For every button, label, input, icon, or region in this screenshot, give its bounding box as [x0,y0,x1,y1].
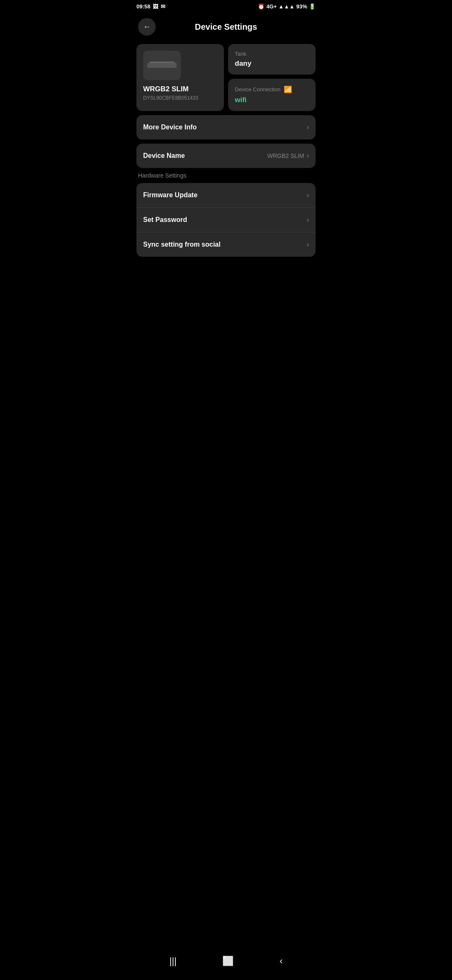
more-device-info-label: More Device Info [143,124,197,131]
signal-bars-icon: ▲▲▲ [278,3,295,10]
set-password-item[interactable]: Set Password › [136,208,316,232]
device-image-container [143,51,181,80]
device-image-shape [147,63,177,68]
more-device-info-chevron-icon: › [307,124,309,131]
home-button[interactable]: ⬜ [219,952,237,970]
page-header: ← Device Settings [130,11,322,44]
mail-icon: ✉ [161,3,165,10]
tank-value: dany [235,59,309,68]
tank-card: Tank dany [228,44,316,75]
home-icon: ⬜ [222,956,234,966]
hardware-settings-section-label: Hardware Settings [138,172,316,179]
more-device-info-card[interactable]: More Device Info › [136,115,316,139]
page-title: Device Settings [156,22,296,32]
firmware-update-label: Firmware Update [143,191,198,199]
battery-icon: 🔋 [309,3,316,10]
hardware-settings-card: Firmware Update › Set Password › Sync se… [136,183,316,257]
network-type: 4G+ [266,3,277,10]
device-name-card[interactable]: Device Name WRGB2 SLIM › [136,144,316,168]
connection-value: wifi [235,96,309,104]
battery-level: 93% [296,3,307,10]
tank-label: Tank [235,51,309,57]
top-cards-row: WRGB2 SLIM DYSL90CBFE8B051433 Tank dany … [136,44,316,111]
firmware-update-chevron-icon: › [307,191,309,199]
device-name-item[interactable]: Device Name WRGB2 SLIM › [136,144,316,168]
back-arrow-icon: ← [143,23,151,31]
device-name-current-value: WRGB2 SLIM [267,152,304,159]
status-bar-left: 09:58 🖼 ✉ [136,3,165,10]
device-name-right: WRGB2 SLIM › [267,152,309,160]
device-model-name: WRGB2 SLIM [143,85,217,93]
main-content: WRGB2 SLIM DYSL90CBFE8B051433 Tank dany … [130,44,322,290]
device-info-card: WRGB2 SLIM DYSL90CBFE8B051433 [136,44,224,111]
status-bar: 09:58 🖼 ✉ ⏰ 4G+ ▲▲▲ 93% 🔋 [130,0,322,11]
photo-icon: 🖼 [153,3,158,10]
set-password-chevron-icon: › [307,216,309,224]
firmware-update-item[interactable]: Firmware Update › [136,183,316,208]
right-cards-column: Tank dany Device Connection 📶 wifi [228,44,316,111]
time-display: 09:58 [136,3,150,10]
connection-label: Device Connection [235,86,280,93]
connection-card: Device Connection 📶 wifi [228,79,316,111]
back-button[interactable]: ← [138,18,156,36]
status-bar-right: ⏰ 4G+ ▲▲▲ 93% 🔋 [258,3,316,10]
more-device-info-item[interactable]: More Device Info › [136,115,316,139]
bottom-navigation: ||| ⬜ ‹ [130,946,322,980]
device-name-label: Device Name [143,152,185,160]
back-nav-button[interactable]: ‹ [276,952,286,970]
sync-setting-item[interactable]: Sync setting from social › [136,232,316,257]
recent-apps-button[interactable]: ||| [166,952,180,970]
device-name-chevron-icon: › [307,152,309,160]
alarm-icon: ⏰ [258,3,265,10]
back-nav-icon: ‹ [280,956,282,966]
device-serial-id: DYSL90CBFE8B051433 [143,95,217,101]
sync-setting-chevron-icon: › [307,241,309,248]
wifi-icon: 📶 [284,85,292,93]
recent-apps-icon: ||| [170,956,177,966]
sync-setting-label: Sync setting from social [143,241,221,248]
connection-header: Device Connection 📶 [235,85,309,93]
set-password-label: Set Password [143,216,187,224]
